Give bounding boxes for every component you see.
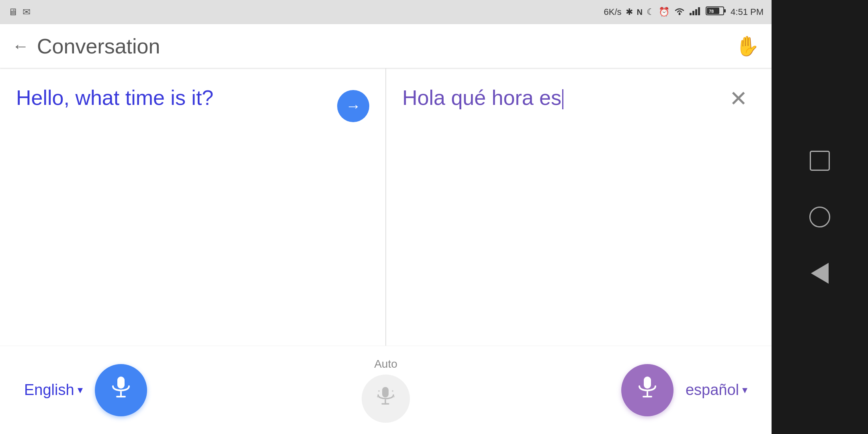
nfc-icon: N (637, 8, 643, 17)
hand-icon[interactable]: ✋ (735, 35, 760, 57)
page-title: Conversation (37, 34, 160, 58)
target-language-controls: español ▾ (621, 364, 747, 416)
svg-rect-9 (117, 377, 125, 389)
right-panel: Hola qué hora es ✕ (386, 68, 772, 346)
alarm-icon: ⏰ (659, 7, 669, 17)
auto-label: Auto (374, 358, 397, 371)
chevron-down-icon: ▾ (78, 384, 83, 396)
auto-mic-button[interactable] (362, 375, 410, 423)
svg-rect-2 (692, 11, 694, 15)
home-button[interactable] (808, 205, 832, 229)
svg-rect-3 (695, 9, 697, 15)
svg-point-18 (393, 396, 395, 397)
chevron-down-icon: ▾ (742, 384, 747, 396)
svg-rect-19 (644, 377, 651, 389)
translated-text: Hola qué hora es (402, 84, 729, 112)
clear-button[interactable]: ✕ (729, 88, 747, 109)
content-area: Hello, what time is it? → Hola qué hora … (0, 68, 772, 346)
left-panel: Hello, what time is it? → (0, 68, 385, 346)
wifi-icon (674, 6, 686, 18)
battery-indicator: 78 (706, 6, 727, 18)
signal-icon (690, 6, 702, 18)
svg-text:78: 78 (709, 9, 714, 14)
bluetooth-icon: ✱ (626, 7, 633, 17)
auto-microphone-icon (375, 385, 397, 412)
svg-point-17 (377, 396, 379, 397)
target-language-selector[interactable]: español ▾ (686, 381, 747, 399)
recent-apps-button[interactable] (808, 149, 832, 173)
home-icon (809, 207, 830, 227)
target-mic-button[interactable] (621, 364, 674, 416)
svg-rect-4 (698, 7, 700, 15)
svg-point-15 (378, 390, 380, 392)
svg-rect-6 (724, 9, 726, 12)
svg-point-16 (392, 390, 393, 392)
app-bar: ← Conversation ✋ (0, 24, 772, 68)
microphone-icon (637, 376, 658, 404)
microphone-icon (111, 376, 131, 404)
android-nav-bar (772, 0, 868, 434)
auto-mic-controls: Auto (362, 358, 410, 423)
app-container: 🖥 ✉ 6K/s ✱ N ☾ ⏰ (0, 0, 772, 434)
time-display: 4:51 PM (731, 7, 764, 17)
svg-point-0 (679, 13, 681, 15)
translate-button[interactable]: → (337, 90, 369, 122)
network-speed: 6K/s (604, 7, 622, 17)
arrow-icon: → (346, 98, 361, 115)
moon-icon: ☾ (647, 7, 655, 17)
left-language-controls: English ▾ (24, 364, 147, 416)
source-text: Hello, what time is it? (16, 84, 337, 112)
svg-rect-12 (382, 387, 389, 397)
email-icon: ✉ (23, 6, 31, 18)
back-nav-button[interactable] (808, 261, 832, 285)
svg-rect-1 (690, 13, 692, 15)
status-bar-right: 6K/s ✱ N ☾ ⏰ (604, 6, 764, 18)
status-bar: 🖥 ✉ 6K/s ✱ N ☾ ⏰ (0, 0, 772, 24)
app-bar-left: ← Conversation (12, 34, 160, 58)
back-icon (811, 263, 829, 284)
source-mic-button[interactable] (95, 364, 147, 416)
source-language-selector[interactable]: English ▾ (24, 381, 83, 399)
bottom-controls: English ▾ Auto (0, 346, 772, 434)
status-bar-left: 🖥 ✉ (8, 6, 31, 18)
back-button[interactable]: ← (12, 38, 29, 55)
recent-apps-icon (810, 151, 830, 171)
monitor-icon: 🖥 (8, 6, 18, 18)
